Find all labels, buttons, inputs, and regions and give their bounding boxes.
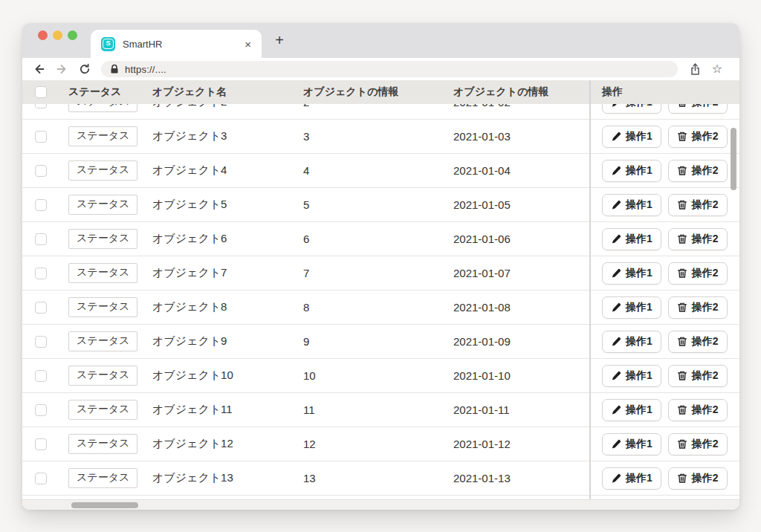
back-icon[interactable]: [32, 63, 45, 75]
bookmark-star-icon[interactable]: ☆: [710, 63, 724, 75]
share-icon[interactable]: [688, 63, 702, 75]
status-badge: ステータス: [68, 104, 137, 112]
tab-strip: S SmartHR × +: [22, 23, 739, 58]
header-object-info-2: オブジェクトの情報: [452, 85, 589, 99]
action1-button[interactable]: 操作1: [602, 467, 661, 490]
action2-button[interactable]: 操作2: [668, 160, 728, 182]
object-date-cell: 2021-01-10: [452, 369, 589, 382]
pinned-column-divider: [589, 80, 591, 499]
row-checkbox[interactable]: [35, 438, 47, 450]
status-badge: ステータス: [68, 366, 137, 386]
trash-icon: [677, 131, 687, 142]
object-info-cell: 8: [301, 301, 452, 314]
object-name-cell: オブジェクト13: [152, 471, 301, 485]
table-row: ステータス オブジェクト9 9 2021-01-09 操作1 操作2: [22, 325, 739, 359]
header-object-name: オブジェクト名: [152, 85, 301, 99]
pencil-icon: [611, 104, 621, 108]
row-checkbox[interactable]: [35, 199, 47, 211]
browser-tab[interactable]: S SmartHR ×: [91, 30, 262, 58]
action2-button[interactable]: 操作2: [668, 194, 728, 216]
table-row: ステータス オブジェクト2 2 2021-01-02 操作1 操作2: [22, 104, 739, 120]
pencil-icon: [611, 268, 621, 279]
address-bar[interactable]: https://....: [101, 61, 678, 77]
object-date-cell: 2021-01-03: [452, 130, 589, 143]
action2-button[interactable]: 操作2: [668, 126, 728, 148]
action1-button[interactable]: 操作1: [602, 126, 661, 148]
table-row: ステータス オブジェクト6 6 2021-01-06 操作1 操作2: [22, 222, 739, 256]
object-name-cell: オブジェクト11: [152, 403, 301, 417]
minimize-window-icon[interactable]: [53, 30, 62, 40]
action2-button[interactable]: 操作2: [668, 399, 728, 421]
object-name-cell: オブジェクト4: [152, 163, 301, 178]
action2-button[interactable]: 操作2: [668, 467, 728, 490]
close-window-icon[interactable]: [38, 30, 48, 40]
object-date-cell: 2021-01-08: [452, 301, 589, 314]
action1-button[interactable]: 操作1: [602, 365, 661, 387]
row-checkbox[interactable]: [35, 131, 47, 143]
object-info-cell: 6: [301, 233, 452, 245]
action1-button[interactable]: 操作1: [602, 433, 661, 455]
object-date-cell: 2021-01-13: [452, 472, 589, 484]
object-info-cell: 12: [301, 438, 452, 450]
row-checkbox[interactable]: [35, 336, 47, 348]
action1-button[interactable]: 操作1: [602, 262, 661, 285]
object-name-cell: オブジェクト5: [152, 198, 301, 212]
row-checkbox[interactable]: [35, 473, 47, 484]
object-date-cell: 2021-01-02: [452, 104, 589, 108]
tab-close-icon[interactable]: ×: [245, 38, 251, 51]
pencil-icon: [611, 132, 621, 142]
action2-button[interactable]: 操作2: [668, 296, 728, 319]
table-row: ステータス オブジェクト3 3 2021-01-03 操作1 操作2: [22, 120, 739, 154]
status-badge: ステータス: [68, 126, 137, 146]
object-name-cell: オブジェクト9: [152, 334, 301, 348]
action1-button[interactable]: 操作1: [602, 160, 661, 182]
table-row: ステータス オブジェクト13 13 2021-01-13 操作1 操作2: [22, 461, 739, 496]
action1-button[interactable]: 操作1: [602, 194, 661, 216]
zoom-window-icon[interactable]: [68, 30, 77, 40]
pencil-icon: [611, 473, 621, 484]
action2-button[interactable]: 操作2: [668, 262, 728, 285]
action2-button[interactable]: 操作2: [668, 433, 728, 455]
row-checkbox[interactable]: [35, 370, 47, 382]
status-badge: ステータス: [68, 195, 137, 215]
status-badge: ステータス: [68, 434, 137, 454]
trash-icon: [677, 302, 687, 313]
action1-button[interactable]: 操作1: [602, 104, 661, 114]
object-info-cell: 4: [301, 164, 452, 177]
table-row: ステータス オブジェクト7 7 2021-01-07 操作1 操作2: [22, 256, 739, 291]
row-checkbox[interactable]: [35, 302, 47, 314]
horizontal-scrollbar[interactable]: [71, 502, 138, 508]
table-row: ステータス オブジェクト11 11 2021-01-11 操作1 操作2: [22, 393, 739, 427]
action2-button[interactable]: 操作2: [668, 104, 728, 114]
object-date-cell: 2021-01-11: [452, 403, 589, 416]
forward-icon[interactable]: [55, 63, 68, 75]
browser-window: S SmartHR × + https://.... ☆: [22, 23, 739, 510]
new-tab-button[interactable]: +: [271, 31, 288, 49]
select-all-checkbox[interactable]: [35, 86, 47, 98]
action1-button[interactable]: 操作1: [602, 399, 661, 421]
action2-button[interactable]: 操作2: [668, 365, 728, 387]
table-row: ステータス オブジェクト10 10 2021-01-10 操作1 操作2: [22, 359, 739, 393]
action2-button[interactable]: 操作2: [668, 331, 728, 353]
status-badge: ステータス: [68, 331, 137, 351]
vertical-scrollbar[interactable]: [731, 128, 736, 190]
row-checkbox[interactable]: [35, 267, 47, 279]
object-table: ステータス オブジェクト名 オブジェクトの情報 オブジェクトの情報 操作 ステー…: [22, 80, 739, 510]
action1-button[interactable]: 操作1: [602, 296, 661, 319]
action1-button[interactable]: 操作1: [602, 331, 661, 353]
row-checkbox[interactable]: [35, 404, 47, 416]
row-checkbox[interactable]: [35, 165, 47, 177]
action2-button[interactable]: 操作2: [668, 228, 728, 250]
row-checkbox[interactable]: [35, 104, 47, 108]
object-name-cell: オブジェクト12: [152, 437, 301, 451]
header-object-info-1: オブジェクトの情報: [301, 85, 452, 99]
trash-icon: [677, 199, 687, 210]
table-row: ステータス オブジェクト8 8 2021-01-08 操作1 操作2: [22, 291, 739, 325]
action1-button[interactable]: 操作1: [602, 228, 661, 250]
pencil-icon: [611, 439, 621, 450]
row-checkbox[interactable]: [35, 233, 47, 245]
reload-icon[interactable]: [78, 63, 91, 75]
status-badge: ステータス: [68, 297, 137, 317]
object-info-cell: 7: [301, 267, 452, 279]
table-row: ステータス オブジェクト5 5 2021-01-05 操作1 操作2: [22, 188, 739, 222]
